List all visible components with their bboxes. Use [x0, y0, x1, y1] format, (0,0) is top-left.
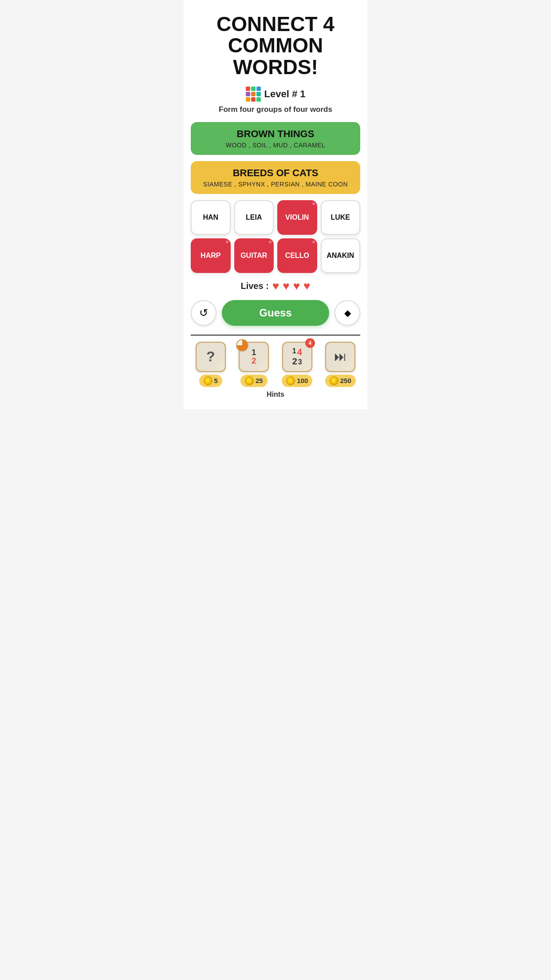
level-icon	[246, 87, 261, 102]
shuffle-icon: ↺	[199, 307, 208, 319]
category-breeds-of-cats: BREEDS OF CATS SIAMESE , SPHYNX , PERSIA…	[191, 161, 360, 194]
heart-2: ♥	[283, 279, 289, 293]
main-page: CONNECT 4 COMMON WORDS! Level # 1 Form f…	[184, 0, 367, 409]
hint-reveal-card: 4 1 4 2 3	[282, 342, 312, 372]
category-words-1: SIAMESE , SPHYNX , PERSIAN , MAINE COON	[198, 181, 353, 188]
hint-question-item[interactable]: ? ⭐ 5	[191, 342, 231, 387]
coin-3: ⭐	[330, 376, 338, 385]
action-row: ↺ Guess ◆	[191, 300, 360, 326]
hint-reveal-item[interactable]: 4 1 4 2 3 ⭐ 100	[277, 342, 317, 387]
hint-cost-0: ⭐ 5	[199, 375, 222, 387]
page-title: CONNECT 4 COMMON WORDS!	[191, 13, 360, 78]
hints-grid: ? ⭐ 5 1 2 ⭐ 25	[191, 336, 360, 391]
tile-anakin[interactable]: ANAKIN	[321, 238, 361, 273]
heart-4: ♥	[303, 279, 310, 293]
category-brown-things: BROWN THINGS WOOD , SOIL , MUD , CARAMEL	[191, 122, 360, 155]
lives-row: Lives : ♥ ♥ ♥ ♥	[240, 279, 310, 293]
skip-icon: ⏭	[334, 349, 346, 364]
hint-cost-1: ⭐ 25	[240, 375, 268, 387]
level-text: Level # 1	[264, 88, 306, 100]
tile-guitar[interactable]: GUITAR	[234, 238, 274, 273]
tile-leia[interactable]: LEIA	[234, 200, 274, 235]
level-row: Level # 1	[246, 87, 306, 102]
category-title-1: BREEDS OF CATS	[198, 167, 353, 179]
heart-1: ♥	[272, 279, 279, 293]
tile-han[interactable]: HAN	[191, 200, 231, 235]
tile-cello[interactable]: CELLO	[277, 238, 317, 273]
hint-cost-3: ⭐ 250	[325, 375, 356, 387]
hint-skip-item[interactable]: ⏭ ⭐ 250	[321, 342, 361, 387]
category-words-0: WOOD , SOIL , MUD , CARAMEL	[198, 142, 353, 149]
swap-numbers: 1 2	[252, 348, 256, 365]
category-title-0: BROWN THINGS	[198, 128, 353, 140]
coin-0: ⭐	[204, 376, 213, 385]
hint-swap-item[interactable]: 1 2 ⭐ 25	[234, 342, 274, 387]
hint-question-card: ?	[196, 342, 226, 372]
hints-label: Hints	[191, 391, 360, 402]
reveal-numbers: 1 4 2 3	[292, 348, 302, 366]
hint-cost-2: ⭐ 100	[282, 375, 312, 387]
guess-button[interactable]: Guess	[222, 300, 329, 326]
shuffle-button[interactable]: ↺	[191, 300, 216, 326]
hint-swap-card: 1 2	[239, 342, 269, 372]
coin-1: ⭐	[245, 376, 254, 385]
lives-label: Lives :	[240, 281, 268, 291]
erase-button[interactable]: ◆	[335, 300, 360, 326]
word-grid: HAN LEIA VIOLIN LUKE HARP GUITAR CELLO A…	[191, 200, 360, 273]
tile-harp[interactable]: HARP	[191, 238, 231, 273]
question-icon: ?	[206, 348, 215, 365]
heart-3: ♥	[293, 279, 300, 293]
tile-violin[interactable]: VIOLIN	[277, 200, 317, 235]
subtitle: Form four groups of four words	[219, 105, 332, 114]
hint-skip-card: ⏭	[325, 342, 355, 372]
eraser-icon: ◆	[344, 308, 351, 318]
coin-2: ⭐	[286, 376, 295, 385]
hints-section: ? ⭐ 5 1 2 ⭐ 25	[191, 335, 360, 402]
tile-luke[interactable]: LUKE	[321, 200, 361, 235]
